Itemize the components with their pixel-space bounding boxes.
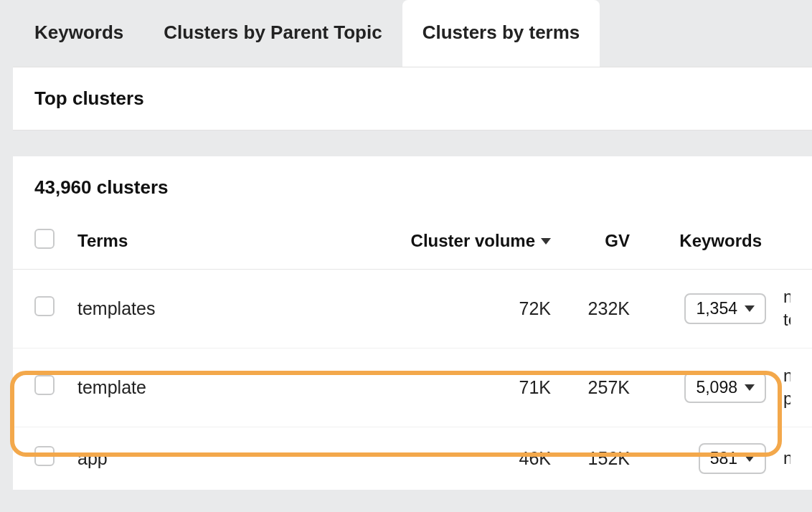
select-all-checkbox[interactable] (34, 229, 55, 249)
gv-cell: 232K (551, 298, 630, 319)
keywords-dropdown[interactable]: 1,354 (684, 293, 766, 324)
cluster-count: 43,960 clusters (13, 156, 812, 224)
column-keywords[interactable]: Keywords (630, 231, 766, 251)
tab-keywords[interactable]: Keywords (14, 0, 143, 67)
extra-cell: not ten (766, 285, 790, 332)
keywords-dropdown[interactable]: 581 (699, 443, 766, 474)
chevron-down-icon (745, 305, 755, 312)
term-cell[interactable]: app (77, 448, 393, 469)
term-cell[interactable]: template (77, 377, 393, 398)
keywords-count: 581 (710, 449, 737, 468)
row-checkbox[interactable] (34, 446, 55, 466)
keywords-dropdown[interactable]: 5,098 (684, 372, 766, 403)
tabs: Keywords Clusters by Parent Topic Cluste… (0, 0, 812, 67)
top-clusters-bar: Top clusters (13, 67, 812, 131)
cluster-volume-cell: 46K (393, 448, 551, 469)
keywords-count: 5,098 (696, 378, 737, 397)
chevron-down-icon (745, 384, 755, 391)
row-checkbox[interactable] (34, 375, 55, 395)
gv-cell: 257K (551, 377, 630, 398)
keywords-count: 1,354 (696, 299, 737, 318)
term-cell[interactable]: templates (77, 298, 393, 319)
chevron-down-icon (745, 455, 755, 462)
table-row: app 46K 152K 581 not (13, 427, 812, 490)
row-checkbox[interactable] (34, 296, 55, 316)
column-gv[interactable]: GV (551, 231, 630, 251)
cluster-volume-cell: 72K (393, 298, 551, 319)
table-row: templates 72K 232K 1,354 not ten (13, 270, 812, 349)
gv-cell: 152K (551, 448, 630, 469)
top-clusters-title: Top clusters (34, 87, 144, 109)
column-terms[interactable]: Terms (77, 231, 393, 251)
column-cluster-volume-label: Cluster volume (411, 231, 535, 251)
column-cluster-volume[interactable]: Cluster volume (393, 231, 551, 251)
extra-cell: not (766, 448, 790, 468)
sort-desc-icon (541, 238, 551, 245)
tab-clusters-parent[interactable]: Clusters by Parent Topic (143, 0, 402, 67)
table-header: Terms Cluster volume GV Keywords (13, 224, 812, 270)
extra-cell: not pro (766, 364, 790, 411)
cluster-volume-cell: 71K (393, 377, 551, 398)
tab-clusters-terms[interactable]: Clusters by terms (402, 0, 600, 67)
table-row: template 71K 257K 5,098 not pro (13, 349, 812, 427)
clusters-card: 43,960 clusters Terms Cluster volume GV … (13, 156, 812, 490)
